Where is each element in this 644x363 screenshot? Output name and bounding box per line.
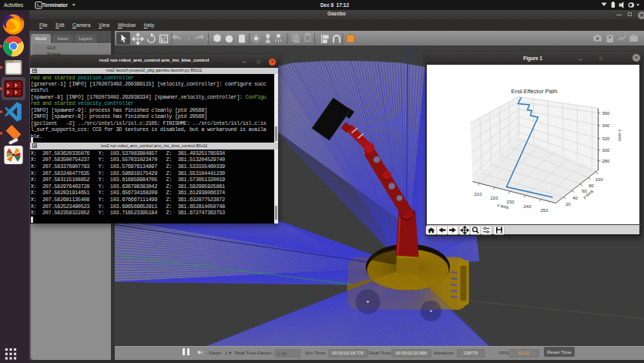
svg-text:230: 230 — [506, 200, 515, 204]
svg-text:360: 360 — [602, 110, 610, 115]
svg-text:340: 340 — [602, 123, 610, 127]
svg-text:240: 240 — [523, 203, 532, 208]
svg-text:100: 100 — [595, 176, 603, 181]
svg-text:40: 40 — [572, 195, 578, 200]
svg-text:210: 210 — [474, 191, 482, 196]
svg-text:320: 320 — [602, 136, 610, 140]
svg-text:z-axis: z-axis — [617, 129, 622, 140]
svg-text:250: 250 — [540, 208, 548, 213]
svg-text:300: 300 — [602, 147, 610, 152]
svg-text:End-Effector Path: End-Effector Path — [511, 87, 557, 94]
svg-text:80: 80 — [589, 183, 594, 187]
svg-text:280: 280 — [602, 158, 610, 163]
svg-text:220: 220 — [490, 196, 498, 200]
svg-text:20: 20 — [565, 201, 571, 206]
